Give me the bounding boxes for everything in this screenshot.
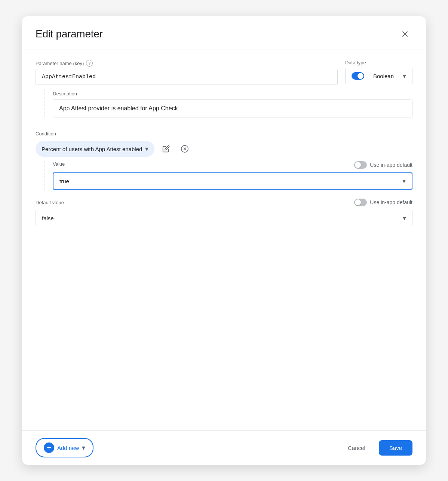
use-in-app-default-label: Use in-app default (370, 162, 412, 168)
condition-section: Condition Percent of users with App Atte… (36, 128, 412, 190)
default-use-in-app-default-toggle[interactable]: Use in-app default (354, 199, 412, 206)
value-row: Value Use in-app default (53, 161, 412, 169)
description-label: Description (53, 91, 412, 96)
use-in-app-default-toggle[interactable]: Use in-app default (354, 161, 412, 169)
condition-row: Percent of users with App Attest enabled… (36, 141, 412, 157)
default-use-in-app-default-label: Use in-app default (370, 199, 412, 205)
default-use-default-toggle-track (354, 199, 367, 206)
close-icon (401, 30, 409, 39)
dialog-title: Edit parameter (36, 28, 102, 40)
parameter-name-input[interactable] (36, 69, 338, 85)
edit-parameter-dialog: Edit parameter Parameter name (key) ? Da… (22, 16, 426, 465)
default-value-label: Default value (36, 200, 64, 205)
parameter-name-group: Parameter name (key) ? (36, 60, 338, 85)
value-select[interactable]: true ▾ (53, 172, 412, 190)
add-new-chevron-icon: ▾ (82, 444, 85, 452)
value-select-text: true (59, 178, 69, 184)
pencil-icon (162, 145, 170, 153)
dialog-body: Parameter name (key) ? Data type Boolean… (22, 49, 426, 430)
value-select-chevron-icon: ▾ (402, 177, 406, 185)
circle-x-icon (181, 145, 189, 153)
dialog-header: Edit parameter (22, 16, 426, 49)
remove-condition-button[interactable] (178, 142, 192, 156)
condition-chip-text: Percent of users with App Attest enabled (42, 146, 142, 152)
default-value-select[interactable]: false ▾ (36, 210, 412, 226)
help-icon[interactable]: ? (86, 60, 93, 67)
data-type-chevron-icon: ▾ (403, 72, 406, 80)
footer-right: Cancel Save (340, 440, 412, 456)
add-new-plus-icon: + (44, 442, 54, 453)
boolean-toggle-icon (352, 72, 364, 80)
data-type-label: Data type (345, 60, 412, 65)
use-default-toggle-track (354, 161, 367, 169)
add-new-label: Add new (57, 445, 79, 451)
condition-value-section: Value Use in-app default true ▾ (45, 161, 412, 190)
default-value-row: Default value Use in-app default (36, 199, 412, 206)
default-value-section: Default value Use in-app default false ▾ (36, 199, 412, 226)
close-button[interactable] (398, 27, 412, 42)
parameter-name-label: Parameter name (key) ? (36, 60, 338, 67)
default-value-select-chevron-icon: ▾ (403, 214, 406, 222)
save-button[interactable]: Save (379, 440, 412, 456)
value-label: Value (53, 161, 65, 167)
cancel-button[interactable]: Cancel (340, 441, 373, 455)
edit-condition-button[interactable] (159, 142, 173, 156)
description-section: Description (45, 89, 412, 117)
data-type-select[interactable]: Boolean ▾ (345, 68, 412, 84)
data-type-value: Boolean (373, 73, 394, 79)
condition-chip-arrow-icon: ▾ (145, 145, 148, 153)
condition-label: Condition (36, 131, 412, 137)
parameter-name-row: Parameter name (key) ? Data type Boolean… (36, 60, 412, 85)
description-input[interactable] (53, 99, 412, 117)
default-value-select-text: false (42, 215, 54, 221)
condition-chip[interactable]: Percent of users with App Attest enabled… (36, 141, 154, 157)
data-type-group: Data type Boolean ▾ (345, 60, 412, 84)
add-new-button[interactable]: + Add new ▾ (36, 438, 93, 457)
dialog-footer: + Add new ▾ Cancel Save (22, 430, 426, 465)
